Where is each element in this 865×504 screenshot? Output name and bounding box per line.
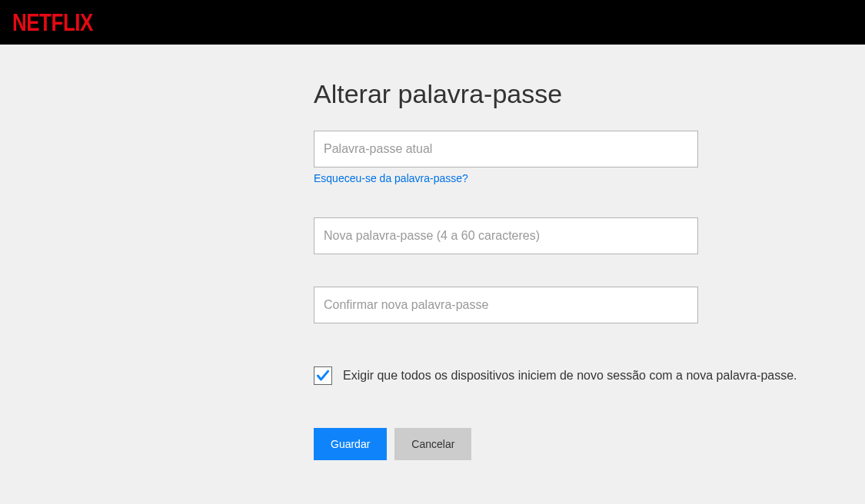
require-signout-label: Exigir que todos os dispositivos iniciem… [343, 369, 797, 383]
confirm-password-group [314, 287, 865, 323]
new-password-group [314, 217, 865, 254]
current-password-input[interactable] [314, 131, 698, 167]
confirm-password-input[interactable] [314, 287, 698, 323]
cancel-button[interactable]: Cancelar [394, 428, 471, 460]
current-password-group: Esqueceu-se da palavra-passe? [314, 131, 865, 185]
save-button[interactable]: Guardar [314, 428, 387, 460]
checkmark-icon [315, 368, 331, 383]
require-signout-row: Exigir que todos os dispositivos iniciem… [314, 366, 865, 385]
button-row: Guardar Cancelar [314, 428, 865, 460]
header: NETFLIX [0, 0, 865, 45]
main-container: Alterar palavra-passe Esqueceu-se da pal… [0, 45, 865, 460]
new-password-input[interactable] [314, 217, 698, 254]
page-title: Alterar palavra-passe [314, 79, 865, 109]
forgot-password-link[interactable]: Esqueceu-se da palavra-passe? [314, 172, 468, 184]
require-signout-checkbox[interactable] [314, 366, 332, 385]
netflix-logo[interactable]: NETFLIX [12, 8, 93, 36]
